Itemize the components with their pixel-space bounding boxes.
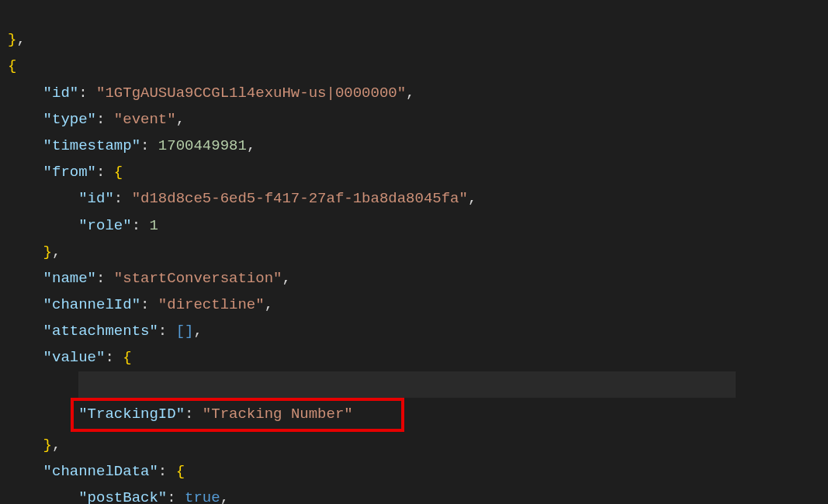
json-key-name: "name" — [43, 270, 96, 287]
json-val-timestamp: 1700449981 — [158, 137, 247, 154]
json-val-from-id: "d18d8ce5-6ed5-f417-27af-1ba8da8045fa" — [132, 190, 468, 207]
json-key-channelid: "channelId" — [43, 296, 140, 313]
closing-brace: } — [8, 31, 16, 48]
json-val-channelid: "directline" — [158, 296, 265, 313]
json-key-trackingid: "TrackingID" — [78, 406, 185, 423]
json-val-name: "startConversation" — [114, 270, 282, 287]
json-key-timestamp: "timestamp" — [43, 137, 140, 154]
json-val-type: "event" — [114, 111, 176, 128]
json-val-postback: true — [185, 489, 220, 504]
json-key-from-role: "role" — [78, 217, 131, 234]
json-key-postback: "postBack" — [78, 489, 167, 504]
json-key-id: "id" — [43, 85, 79, 102]
json-val-trackingid: "Tracking Number" — [203, 406, 353, 423]
json-code-block: }, { "id": "1GTgAUSUa9CCGL1l4exuHw-us|00… — [0, 0, 828, 504]
json-key-channeldata: "channelData" — [43, 463, 158, 480]
tracking-id-highlight: "TrackingID": "Tracking Number" — [71, 398, 404, 432]
opening-brace: { — [8, 57, 16, 74]
json-key-type: "type" — [43, 111, 96, 128]
json-key-attachments: "attachments" — [43, 323, 158, 340]
json-key-value: "value" — [43, 349, 106, 366]
json-key-from: "from" — [43, 164, 96, 181]
selected-empty-line — [78, 371, 736, 398]
json-val-from-role: 1 — [149, 217, 158, 234]
json-val-id: "1GTgAUSUa9CCGL1l4exuHw-us|0000000" — [96, 85, 406, 102]
json-key-from-id: "id" — [78, 190, 114, 207]
